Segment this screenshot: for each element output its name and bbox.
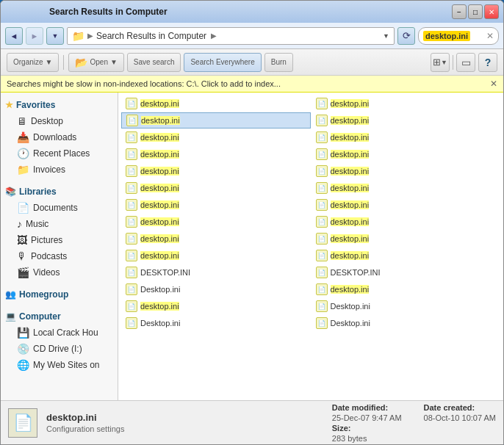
organize-button[interactable]: Organize ▼ (7, 53, 59, 72)
file-item[interactable]: 📄Desktop.ini (312, 315, 501, 331)
file-name: desktop.ini (141, 116, 180, 125)
sidebar-item-documents-label: Documents (33, 203, 78, 213)
file-item[interactable]: 📄desktop.ini (312, 231, 501, 247)
file-item[interactable]: 📄desktop.ini (121, 197, 311, 213)
file-item[interactable]: 📄desktop.ini (312, 214, 501, 230)
status-date-created-value: 08-Oct-10 10:07 AM (424, 413, 496, 422)
preview-button[interactable]: ▭ (456, 53, 475, 72)
sidebar-computer-header[interactable]: 💻 Computer (1, 308, 118, 325)
file-name: desktop.ini (331, 234, 370, 243)
file-item[interactable]: 📄desktop.ini (121, 247, 311, 264)
file-item[interactable]: 📄desktop.ini (121, 231, 311, 247)
sidebar-item-recent-places[interactable]: 🕐 Recent Places (1, 145, 118, 162)
title-bar: Search Results in Computer − □ ✕ (1, 1, 503, 23)
file-name: DESKTOP.INI (331, 268, 381, 277)
views-button[interactable]: ⊞ ▼ (431, 53, 450, 72)
dropdown-button[interactable]: ▼ (46, 27, 64, 45)
sidebar-item-desktop-label: Desktop (31, 116, 63, 126)
file-item[interactable]: 📄desktop.ini (121, 298, 311, 314)
back-button[interactable]: ◄ (5, 27, 23, 45)
address-dropdown-icon[interactable]: ▼ (383, 32, 389, 40)
recent-places-icon: 🕐 (17, 148, 29, 159)
file-icon: 📄 (316, 300, 328, 312)
maximize-button[interactable]: □ (468, 4, 483, 19)
file-item[interactable]: 📄Desktop.ini (312, 298, 501, 314)
sidebar-item-documents[interactable]: 📄 Documents (1, 200, 118, 216)
file-item[interactable]: 📄desktop.ini (312, 180, 501, 196)
search-clear-icon[interactable]: ✕ (486, 31, 494, 41)
sidebar-item-podcasts[interactable]: 🎙 Podcasts (1, 248, 118, 264)
file-item[interactable]: 📄desktop.ini (312, 247, 501, 264)
file-item[interactable]: 📄desktop.ini (121, 180, 311, 196)
file-name: Desktop.ini (331, 302, 370, 311)
sidebar-item-web-sites[interactable]: 🌐 My Web Sites on (1, 357, 118, 373)
file-icon: 📄 (126, 267, 137, 278)
sidebar-item-pictures[interactable]: 🖼 Pictures (1, 232, 118, 248)
file-item[interactable]: 📄desktop.ini (312, 281, 501, 297)
file-item[interactable]: 📄DESKTOP.INI (312, 264, 501, 281)
file-name: desktop.ini (331, 251, 370, 260)
file-item[interactable]: 📄desktop.ini (312, 163, 501, 179)
file-item[interactable]: 📄desktop.ini (312, 112, 501, 129)
refresh-button[interactable]: ⟳ (397, 27, 415, 45)
file-name: desktop.ini (140, 251, 179, 260)
documents-icon: 📄 (17, 202, 29, 214)
search-box[interactable]: desktop.ini ✕ (418, 27, 499, 45)
file-item[interactable]: 📄Desktop.ini (121, 281, 311, 297)
file-item[interactable]: 📄desktop.ini (312, 146, 501, 162)
sidebar-libraries-header[interactable]: 📚 Libraries (1, 184, 118, 200)
burn-button[interactable]: Burn (264, 53, 293, 72)
file-item[interactable]: 📄desktop.ini (312, 95, 501, 112)
forward-button[interactable]: ► (26, 27, 43, 45)
file-item[interactable]: 📄desktop.ini (121, 146, 311, 162)
minimize-button[interactable]: − (452, 4, 467, 19)
info-bar-message[interactable]: Searches might be slow in non-indexed lo… (7, 79, 281, 88)
save-search-label: Save search (134, 58, 175, 66)
close-button[interactable]: ✕ (484, 4, 499, 19)
open-icon: 📂 (75, 57, 87, 68)
file-item[interactable]: 📄desktop.ini (121, 163, 311, 179)
organize-arrow: ▼ (46, 58, 53, 66)
address-arrow: ▶ (87, 32, 93, 40)
file-name: Desktop.ini (140, 285, 180, 294)
file-item[interactable]: 📄desktop.ini (312, 129, 501, 145)
sidebar-item-invoices[interactable]: 📁 Invoices (1, 162, 118, 178)
file-icon: 📄 (316, 317, 328, 329)
file-icon: 📄 (126, 250, 137, 261)
file-name: desktop.ini (331, 116, 370, 125)
file-item[interactable]: 📄Desktop.ini (121, 315, 311, 331)
podcasts-icon: 🎙 (17, 250, 27, 262)
status-bar: 📄 desktop.ini Configuration settings Dat… (1, 400, 503, 444)
file-item[interactable]: 📄desktop.ini (121, 214, 311, 230)
help-button[interactable]: ? (478, 53, 497, 72)
status-file-info: desktop.ini Configuration settings (46, 412, 124, 433)
file-name: desktop.ini (331, 217, 370, 226)
search-everywhere-button[interactable]: Search Everywhere (184, 53, 261, 72)
file-icon: 📄 (126, 182, 137, 194)
file-item[interactable]: 📄desktop.ini (121, 129, 311, 145)
sidebar-item-cd-drive[interactable]: 💿 CD Drive (I:) (1, 341, 118, 357)
file-item[interactable]: 📄desktop.ini (312, 197, 501, 213)
open-button[interactable]: 📂 Open ▼ (68, 53, 123, 72)
sidebar-item-downloads[interactable]: 📥 Downloads (1, 129, 118, 145)
file-item[interactable]: 📄desktop.ini (121, 95, 311, 112)
sidebar-item-videos[interactable]: 🎬 Videos (1, 264, 118, 281)
sidebar-item-podcasts-label: Podcasts (31, 251, 67, 261)
sidebar-favorites-header[interactable]: ★ Favorites (1, 97, 118, 113)
file-name: desktop.ini (331, 184, 370, 192)
file-icon: 📄 (126, 216, 137, 228)
file-item[interactable]: 📄desktop.ini (121, 112, 311, 129)
sidebar-item-music[interactable]: ♪ Music (1, 216, 118, 232)
file-item[interactable]: 📄DESKTOP.INI (121, 264, 311, 281)
sidebar-item-desktop[interactable]: 🖥 Desktop (1, 113, 118, 129)
computer-label: Computer (19, 311, 61, 322)
status-size-label: Size: (332, 424, 402, 433)
local-drive-icon: 💾 (17, 327, 29, 339)
info-bar-close[interactable]: ✕ (490, 79, 497, 89)
favorites-label: Favorites (16, 100, 55, 110)
sidebar-item-local-crack[interactable]: 💾 Local Crack Hou (1, 325, 118, 341)
sidebar-homegroup-header[interactable]: 👥 Homegroup (1, 286, 118, 303)
address-input[interactable]: 📁 ▶ Search Results in Computer ▶ ▼ (67, 27, 395, 45)
save-search-button[interactable]: Save search (127, 53, 181, 72)
videos-icon: 🎬 (17, 267, 29, 278)
